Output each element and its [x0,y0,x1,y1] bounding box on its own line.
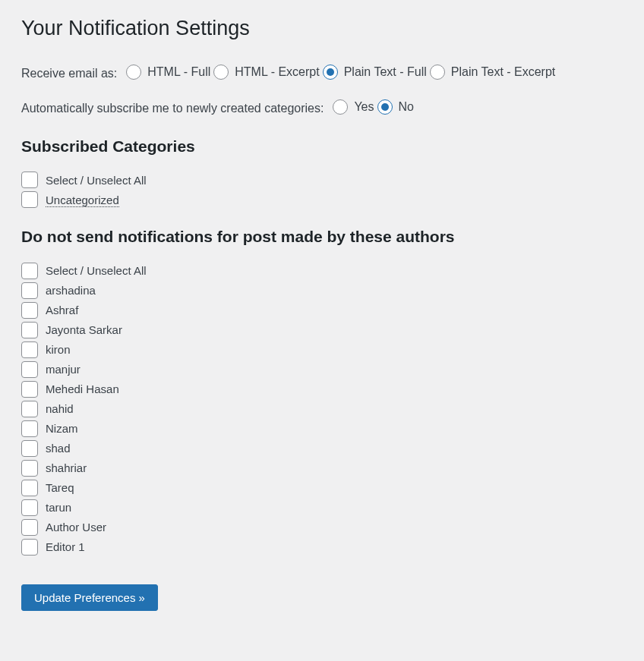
author-checkbox[interactable] [21,302,38,319]
auto-subscribe-option-label[interactable]: No [399,100,414,114]
categories-select-all-checkbox[interactable] [21,172,38,188]
author-checkbox[interactable] [21,519,38,536]
author-checkbox[interactable] [21,539,38,556]
author-checkbox[interactable] [21,440,38,457]
author-label[interactable]: shad [46,442,71,455]
author-label[interactable]: Author User [46,521,106,534]
email-format-radio[interactable] [323,65,338,80]
author-label[interactable]: Ashraf [46,304,78,316]
author-label[interactable]: tarun [46,501,71,514]
author-item: Author User [21,519,623,536]
auto-subscribe-row: Automatically subscribe me to newly crea… [21,99,623,118]
email-format-radio[interactable] [213,65,229,80]
email-format-row: Receive email as: HTML - FullHTML - Exce… [21,65,623,83]
category-label[interactable]: Uncategorized [46,194,119,206]
email-format-option: HTML - Excerpt [213,65,319,80]
author-label[interactable]: Tareq [46,481,74,494]
categories-select-all-label[interactable]: Select / Unselect All [46,174,147,187]
auto-subscribe-option: Yes [333,99,374,115]
email-format-radio[interactable] [430,65,445,80]
author-checkbox[interactable] [21,322,38,338]
author-item: nahid [21,401,623,417]
author-label[interactable]: Mehedi Hasan [46,382,119,395]
author-label[interactable]: Jayonta Sarkar [46,323,122,336]
author-item: shahriar [21,460,623,477]
author-label[interactable]: Nizam [46,422,78,435]
authors-select-all-checkbox[interactable] [21,263,38,279]
email-format-option-label[interactable]: HTML - Full [147,65,210,79]
author-item: manjur [21,361,623,378]
author-item: Ashraf [21,302,623,319]
author-checkbox[interactable] [21,460,38,477]
auto-subscribe-option-label[interactable]: Yes [354,100,374,114]
category-item: Uncategorized [21,191,623,208]
authors-select-all-label[interactable]: Select / Unselect All [46,264,147,277]
author-checkbox[interactable] [21,282,38,299]
author-item: tarun [21,499,623,516]
exclude-authors-heading: Do not send notifications for post made … [21,226,623,247]
page-title: Your Notification Settings [21,15,623,42]
author-checkbox[interactable] [21,420,38,437]
category-checkbox[interactable] [21,191,38,208]
author-item: Mehedi Hasan [21,381,623,398]
author-item: Nizam [21,420,623,437]
email-format-option-label[interactable]: HTML - Excerpt [235,65,319,79]
auto-subscribe-radio[interactable] [377,99,393,115]
auto-subscribe-option: No [377,99,414,115]
author-label[interactable]: nahid [46,402,74,415]
author-checkbox[interactable] [21,361,38,378]
author-label[interactable]: manjur [46,363,80,376]
author-item: Editor 1 [21,539,623,556]
authors-select-all: Select / Unselect All [21,263,623,279]
update-preferences-button[interactable]: Update Preferences » [21,584,158,611]
email-format-radio[interactable] [126,65,141,80]
subscribed-categories-list: Select / Unselect All Uncategorized [21,172,623,208]
exclude-authors-list: Select / Unselect All arshadinaAshrafJay… [21,263,623,556]
auto-subscribe-radio[interactable] [333,99,348,115]
author-label[interactable]: Editor 1 [46,540,85,553]
author-item: arshadina [21,282,623,299]
author-label[interactable]: shahriar [46,461,87,474]
subscribed-categories-heading: Subscribed Categories [21,136,623,156]
author-label[interactable]: arshadina [46,284,96,297]
author-checkbox[interactable] [21,342,38,358]
auto-subscribe-label: Automatically subscribe me to newly crea… [21,102,324,115]
email-format-label: Receive email as: [21,67,117,80]
email-format-option: HTML - Full [126,65,210,80]
email-format-option-label[interactable]: Plain Text - Excerpt [451,65,556,79]
email-format-option: Plain Text - Full [323,65,427,80]
author-item: shad [21,440,623,457]
author-checkbox[interactable] [21,499,38,516]
author-label[interactable]: kiron [46,343,71,356]
author-item: Tareq [21,480,623,496]
email-format-option: Plain Text - Excerpt [430,65,556,80]
submit-area: Update Preferences » [21,584,623,611]
categories-select-all: Select / Unselect All [21,172,623,188]
author-item: kiron [21,342,623,358]
author-checkbox[interactable] [21,480,38,496]
author-item: Jayonta Sarkar [21,322,623,338]
author-checkbox[interactable] [21,381,38,398]
email-format-option-label[interactable]: Plain Text - Full [344,65,427,79]
author-checkbox[interactable] [21,401,38,417]
